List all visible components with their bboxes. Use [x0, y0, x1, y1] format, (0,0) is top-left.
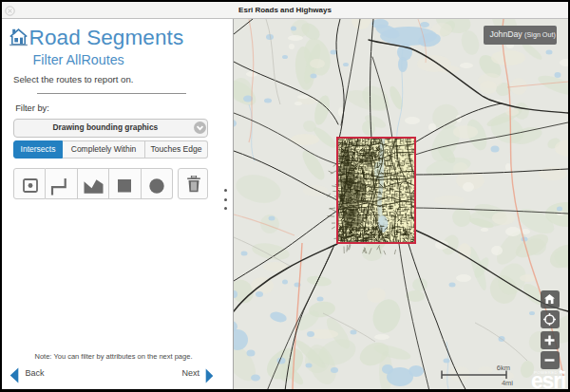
svg-text:4mi: 4mi [502, 379, 513, 387]
svg-text:6km: 6km [497, 364, 510, 372]
svg-text:esri: esri [531, 368, 565, 391]
